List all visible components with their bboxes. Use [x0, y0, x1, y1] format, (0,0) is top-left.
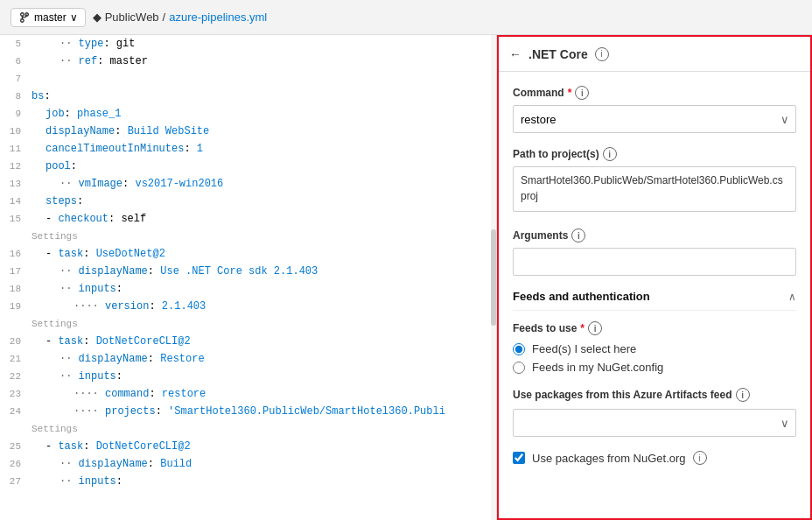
line-num: 8: [0, 88, 32, 105]
breadcrumb-part1: PublicWeb: [105, 11, 159, 24]
line-content: displayName: Build WebSite: [32, 123, 216, 140]
table-row: 21 ·· displayName: Restore: [0, 350, 496, 368]
azure-feed-info-icon[interactable]: i: [736, 388, 750, 402]
line-content: steps:: [32, 193, 90, 210]
feeds-to-use-group: Feeds to use * i Feed(s) I select here F…: [513, 321, 796, 374]
line-num: 13: [0, 175, 32, 193]
line-content: ·· vmImage: vs2017-win2016: [32, 175, 230, 193]
top-bar: master ∨ ◆ PublicWeb / azure-pipelines.y…: [0, 0, 812, 35]
line-num: 24: [0, 403, 32, 420]
feed-option-1-label: Feed(s) I select here: [532, 342, 636, 355]
command-select[interactable]: restore build test publish: [513, 105, 796, 133]
table-row: 13 ·· vmImage: vs2017-win2016: [0, 175, 496, 193]
feed-radio-2[interactable]: [513, 362, 525, 374]
panel-info-icon[interactable]: i: [595, 47, 609, 61]
table-row: 10 displayName: Build WebSite: [0, 123, 496, 140]
code-panel: 5 ·· type: git 6 ·· ref: master 7 8 bs: …: [0, 35, 497, 520]
line-num: 21: [0, 350, 32, 368]
line-num: 5: [0, 35, 32, 53]
branch-icon: [18, 11, 31, 24]
nuget-checkbox-label: Use packages from NuGet.org: [532, 452, 686, 465]
main-content: 5 ·· type: git 6 ·· ref: master 7 8 bs: …: [0, 35, 812, 520]
feed-radio-group: Feed(s) I select here Feeds in my NuGet.…: [513, 342, 796, 374]
line-num: 17: [0, 263, 32, 280]
arguments-label-text: Arguments: [513, 229, 568, 242]
line-content: ·· inputs:: [32, 368, 130, 385]
line-num: 11: [0, 140, 32, 158]
path-field-group: Path to project(s) i SmartHotel360.Publi…: [513, 147, 796, 214]
table-row: 20 - task: DotNetCoreCLI@2: [0, 333, 496, 350]
line-num: 20: [0, 333, 32, 350]
code-editor[interactable]: 5 ·· type: git 6 ·· ref: master 7 8 bs: …: [0, 35, 496, 520]
arguments-input[interactable]: [513, 248, 796, 276]
required-star-feeds: *: [580, 322, 584, 334]
svg-point-1: [21, 18, 24, 22]
branch-selector[interactable]: master ∨: [10, 8, 86, 27]
back-button[interactable]: ←: [509, 47, 522, 61]
feed-radio-1[interactable]: [513, 343, 525, 355]
line-content: ···· command: restore: [32, 385, 213, 403]
feed-option-2[interactable]: Feeds in my NuGet.config: [513, 361, 796, 374]
table-row: 8 bs:: [0, 88, 496, 105]
table-row: 5 ·· type: git: [0, 35, 496, 53]
line-num: 14: [0, 193, 32, 210]
path-textarea[interactable]: SmartHotel360.PublicWeb/SmartHotel360.Pu…: [513, 166, 796, 212]
feed-option-1[interactable]: Feed(s) I select here: [513, 342, 796, 355]
breadcrumb-folder: ◆: [93, 11, 102, 24]
line-num: 16: [0, 245, 32, 263]
line-content: cancelTimeoutInMinutes: 1: [32, 140, 210, 158]
nuget-info-icon[interactable]: i: [693, 451, 707, 465]
settings-label: Settings: [0, 228, 496, 245]
table-row: 16 - task: UseDotNet@2: [0, 245, 496, 263]
line-num: 23: [0, 385, 32, 403]
nuget-checkbox-group: Use packages from NuGet.org i: [513, 451, 796, 465]
branch-chevron: ∨: [70, 11, 78, 24]
line-content: - task: DotNetCoreCLI@2: [32, 438, 198, 455]
table-row: 18 ·· inputs:: [0, 280, 496, 298]
settings-label: Settings: [0, 420, 496, 438]
feeds-info-icon[interactable]: i: [588, 321, 602, 335]
line-content: ·· inputs:: [32, 280, 130, 298]
feeds-section-title: Feeds and authentication: [513, 290, 650, 303]
nuget-checkbox-item[interactable]: Use packages from NuGet.org i: [513, 451, 796, 465]
table-row: 25 - task: DotNetCoreCLI@2: [0, 438, 496, 455]
line-num: 18: [0, 280, 32, 298]
path-label: Path to project(s) i: [513, 147, 796, 161]
table-row: 23 ···· command: restore: [0, 385, 496, 403]
line-num: 12: [0, 158, 32, 175]
line-num: 25: [0, 438, 32, 455]
azure-feed-select-wrapper[interactable]: ∨: [513, 409, 796, 437]
table-row: 6 ·· ref: master: [0, 53, 496, 70]
table-row: 14 steps:: [0, 193, 496, 210]
nuget-checkbox[interactable]: [513, 452, 525, 464]
panel-title: .NET Core: [528, 47, 588, 61]
line-content: - checkout: self: [32, 210, 153, 228]
path-label-text: Path to project(s): [513, 148, 599, 160]
azure-feed-label-text: Use packages from this Azure Artifacts f…: [513, 389, 732, 401]
command-info-icon[interactable]: i: [575, 86, 589, 100]
scrollbar[interactable]: [491, 35, 496, 520]
path-info-icon[interactable]: i: [603, 147, 617, 161]
line-content: job: phase_1: [32, 105, 128, 123]
line-content: - task: UseDotNet@2: [32, 245, 172, 263]
azure-feed-label: Use packages from this Azure Artifacts f…: [513, 388, 796, 402]
line-content: pool:: [32, 158, 84, 175]
table-row: 26 ·· displayName: Build: [0, 455, 496, 473]
feed-option-2-label: Feeds in my NuGet.config: [532, 361, 663, 374]
command-label-text: Command: [513, 87, 564, 99]
table-row: 12 pool:: [0, 158, 496, 175]
command-select-wrapper[interactable]: restore build test publish ∨: [513, 105, 796, 133]
line-content: ·· ref: master: [32, 53, 155, 70]
command-field-group: Command * i restore build test publish ∨: [513, 86, 796, 133]
breadcrumb-file: azure-pipelines.yml: [169, 11, 267, 24]
arguments-info-icon[interactable]: i: [571, 228, 585, 242]
table-row: 24 ···· projects: 'SmartHotel360.PublicW…: [0, 403, 496, 420]
collapse-icon[interactable]: ∧: [788, 291, 796, 303]
line-content: ·· inputs:: [32, 473, 130, 490]
line-content: - task: DotNetCoreCLI@2: [32, 333, 198, 350]
azure-feed-select[interactable]: [513, 409, 796, 437]
table-row: 17 ·· displayName: Use .NET Core sdk 2.1…: [0, 263, 496, 280]
line-content: ·· displayName: Restore: [32, 350, 212, 368]
arguments-field-group: Arguments i: [513, 228, 796, 276]
panel-body: Command * i restore build test publish ∨: [499, 72, 810, 518]
